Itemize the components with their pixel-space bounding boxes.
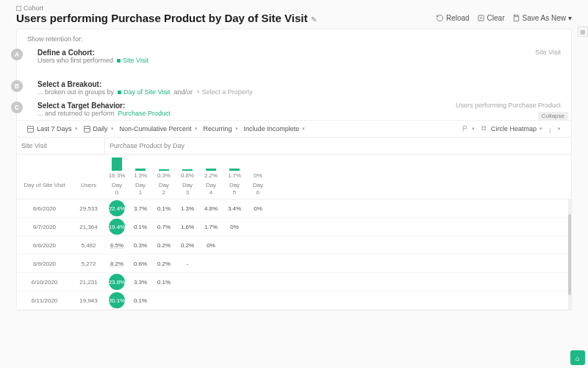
summary-pct: 16.3%	[109, 172, 126, 179]
summary-bar-cell: 0.3%	[152, 156, 176, 179]
retention-cell[interactable]: 0.1%	[129, 224, 152, 230]
help-button[interactable]: ⌂	[570, 350, 585, 365]
retention-cell[interactable]: 3.4%	[223, 205, 246, 212]
row-users: 19,943	[72, 297, 105, 304]
recurring-select[interactable]: Recurring▾	[204, 125, 238, 132]
summary-bar	[135, 169, 146, 171]
table-row[interactable]: 6/8/20205,4826.5%0.3%0.2%0.2%0%	[17, 236, 571, 255]
retention-cell[interactable]: 0%	[223, 224, 246, 230]
step-c-right: Users performing Purchase Product	[456, 102, 561, 109]
config-card: Show retention for: A Define a Cohort: U…	[16, 29, 572, 138]
summary-pct: 2.2%	[204, 172, 218, 179]
retention-cell[interactable]: 1.6%	[176, 224, 199, 230]
save-as-new-button[interactable]: Save As New ▾	[512, 14, 572, 22]
chart-type-select[interactable]: Circle Heatmap▾	[481, 125, 542, 132]
retention-cell[interactable]: 6.5%	[105, 242, 129, 249]
retention-cell[interactable]: 20.1%	[105, 297, 129, 304]
summary-bar-cell: 0.8%	[176, 156, 199, 179]
scrollbar-thumb[interactable]	[568, 214, 571, 295]
retention-cell[interactable]: 0.6%	[129, 261, 152, 267]
row-users: 29,533	[72, 205, 105, 212]
left-header: Site Visit	[17, 138, 105, 154]
day-of-site-visit-token[interactable]: Day of Site Visit	[118, 88, 170, 96]
reload-button[interactable]: Reload	[436, 14, 470, 22]
retention-cell[interactable]: 3.3%	[129, 279, 152, 286]
summary-bar-cell: 1.7%	[223, 156, 246, 179]
svg-point-2	[484, 127, 486, 128]
summary-pct: 0.3%	[157, 172, 171, 179]
retention-cell[interactable]: -	[176, 261, 199, 267]
row-users: 21,364	[72, 224, 105, 230]
svg-point-3	[482, 129, 484, 130]
retention-cell[interactable]: 0.1%	[152, 279, 176, 286]
summary-bar	[182, 169, 193, 171]
table-row[interactable]: 6/9/20205,2728.2%0.6%0.2%-	[17, 255, 571, 273]
download-icon	[548, 126, 555, 132]
retention-cell[interactable]: 0.2%	[176, 242, 199, 249]
bookmark-button[interactable]: ▾	[462, 125, 475, 132]
row-date: 6/10/2020	[17, 279, 72, 286]
right-panel-toggle[interactable]: ▦	[578, 26, 588, 37]
summary-bar-cell: 16.3%	[105, 156, 129, 179]
purchase-product-token[interactable]: Purchase Product	[118, 110, 171, 117]
summary-pct: 1.7%	[228, 172, 241, 179]
date-range-select[interactable]: Last 7 Days▾	[27, 125, 78, 132]
table-row[interactable]: 6/11/202019,94320.1%0.1%	[17, 291, 571, 310]
row-date: 6/6/2020	[17, 205, 72, 212]
retention-cell[interactable]: 0.3%	[129, 242, 152, 249]
clear-button[interactable]: Clear	[477, 14, 505, 22]
table-row[interactable]: 6/6/202029,53322.4%3.7%0.1%1.3%4.8%3.4%0…	[17, 199, 571, 218]
breadcrumb-label: Cohort	[24, 4, 43, 12]
flag-icon	[462, 125, 469, 132]
download-button[interactable]: ▾	[548, 126, 561, 132]
retention-cell[interactable]: 0%	[199, 242, 223, 249]
retention-cell[interactable]: 1.7%	[199, 224, 223, 230]
step-c: C Select a Target Behavior: ... and retu…	[17, 99, 571, 120]
retention-cell[interactable]: 0.1%	[129, 297, 152, 304]
summary-bar	[159, 169, 169, 171]
scrollbar[interactable]	[568, 199, 571, 310]
retention-cell[interactable]: 0%	[246, 205, 270, 212]
users-label: Users	[72, 182, 105, 196]
row-date: 6/9/2020	[17, 261, 72, 267]
mode-select[interactable]: Non-Cumulative Percent▾	[120, 125, 198, 132]
summary-pct: 0.8%	[181, 172, 194, 179]
summary-pct: 0%	[254, 172, 262, 179]
step-badge-c: C	[11, 102, 23, 113]
calendar-icon	[84, 126, 90, 132]
table-row[interactable]: 6/10/202021,23123.8%3.3%0.1%	[17, 273, 571, 291]
edit-title-icon[interactable]: ✎	[311, 15, 317, 24]
retention-cell[interactable]: 0.1%	[152, 205, 176, 212]
retention-cell[interactable]: 3.7%	[129, 205, 152, 212]
step-c-desc: ... and returned to perform Purchase Pro…	[37, 110, 171, 117]
retention-cell[interactable]: 0.2%	[152, 261, 176, 267]
interval-select[interactable]: Daily▾	[84, 125, 114, 132]
breadcrumb[interactable]: Cohort	[16, 4, 572, 12]
reload-icon	[436, 14, 444, 22]
retention-cell[interactable]: 0.7%	[152, 224, 176, 230]
step-badge-b: B	[11, 80, 23, 92]
retention-cell[interactable]: 0.2%	[152, 242, 176, 249]
retention-cell[interactable]: 19.4%	[105, 224, 129, 230]
cohort-icon	[16, 6, 21, 11]
retention-cell[interactable]: 1.3%	[176, 205, 199, 212]
day-label: Day4	[199, 182, 223, 196]
collapse-button[interactable]: Collapse	[538, 112, 568, 120]
retention-cell[interactable]: 23.8%	[105, 279, 129, 286]
summary-bar	[206, 169, 216, 171]
add-property-button[interactable]: + Select a Property	[196, 88, 253, 96]
retention-cell[interactable]: 8.2%	[105, 261, 129, 267]
day-label: Day3	[176, 182, 199, 196]
retention-cell[interactable]: 22.4%	[105, 205, 129, 212]
retention-label: Show retention for:	[17, 29, 571, 46]
incomplete-select[interactable]: Include Incomplete▾	[244, 125, 306, 132]
retention-cell[interactable]: 4.8%	[199, 205, 223, 212]
day-label: Day6	[246, 182, 270, 196]
step-a: A Define a Cohort: Users who first perfo…	[17, 46, 571, 67]
day-label: Day5	[223, 182, 246, 196]
page-title: Users performing Purchase Product by Day…	[16, 12, 317, 24]
table-row[interactable]: 6/7/202021,36419.4%0.1%0.7%1.6%1.7%0%	[17, 218, 571, 236]
step-b-desc: ... broken out in groups by Day of Site …	[37, 88, 253, 96]
summary-bars: 16.3%1.3%0.3%0.8%2.2%1.7%0%	[17, 155, 571, 179]
site-visit-token[interactable]: Site Visit	[117, 57, 148, 64]
